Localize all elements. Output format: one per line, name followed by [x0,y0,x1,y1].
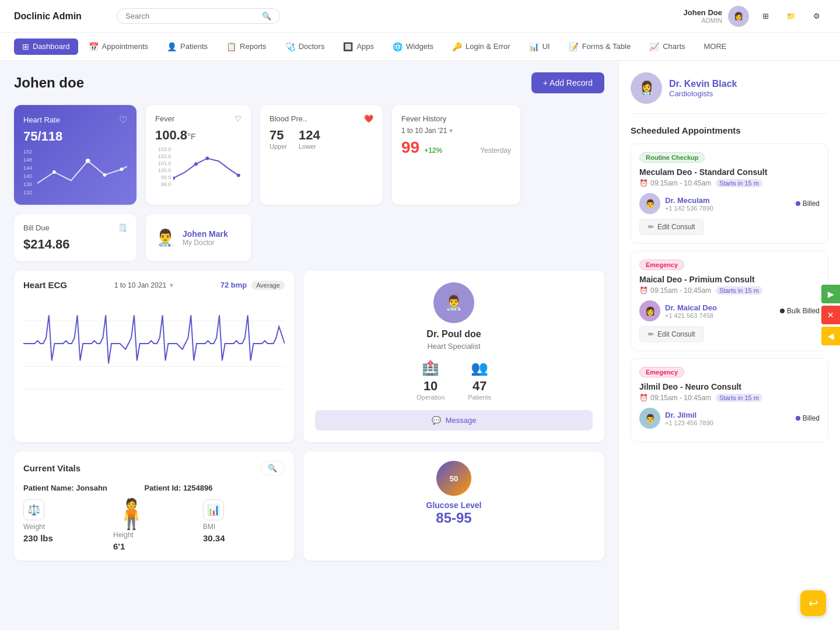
sidebar-right: 👩‍⚕️ Dr. Kevin Black Cardiologists Schee… [618,61,840,630]
ecg-filter[interactable]: 1 to 10 Jan 2021 ▾ [114,281,173,289]
search-input[interactable] [125,12,257,20]
fever-history-card: Fever History 1 to 10 Jan '21 ▾ 99 +12% … [392,105,520,205]
page-header: Johen doe + Add Record [14,72,604,93]
svg-point-0 [86,159,90,163]
sidebar-doctor: 👩‍⚕️ Dr. Kevin Black Cardiologists [631,72,828,114]
ecg-header: Heart ECG 1 to 10 Jan 2021 ▾ 72 bmp Aver… [23,280,285,290]
vitals-search[interactable]: 🔍 [260,461,285,475]
nav-icon-dashboard: ⊞ [22,42,29,51]
doctor-specialty: Heart Specialist [427,342,480,351]
nav-item-dashboard[interactable]: ⊞ Dashboard [14,38,78,55]
nav-item-patients[interactable]: 👤 Patients [159,38,216,55]
expand-icon-btn[interactable]: ⊞ [756,7,775,26]
glucose-card: 50 Glucose Level 85-95 [303,452,604,561]
user-name: Johen Doe [684,8,722,18]
search-box[interactable]: 🔍 [117,8,280,24]
nav-icon-login: 🔑 [452,42,462,51]
fh-date: 1 to 10 Jan '21 ▾ [401,127,511,135]
vital-height: 🧍 Height 6'1 [113,499,195,551]
svg-point-1 [52,170,56,174]
sidebar-doctor-specialty: Cardiologists [669,89,737,98]
nav-icon-widgets: 🌐 [393,42,402,51]
settings-icon-btn[interactable]: ⚙ [807,7,826,26]
ecg-avg: 72 bmp Average [220,281,285,290]
nav-item-apps[interactable]: 🔲 Apps [335,38,382,55]
nav-item-login-error[interactable]: 🔑 Login & Error [444,38,519,55]
appt-tag-1: Routine Checkup [639,152,705,163]
my-doctor-info: Johen Mark My Doctor [183,229,228,247]
appt-doctor-row-3: 👨 Dr. Jilmil +1 123 456 7890 Billed [639,408,820,429]
heart-rate-title: Heart Rate ♡ [23,114,127,125]
fab-green-btn[interactable]: ▶ [821,285,840,303]
glucose-title: Glucose Level [426,501,482,510]
fab-red-btn[interactable]: ✕ [821,306,840,324]
fever-value: 100.8°F [155,128,242,143]
heart-rate-chart: 152 148 144 140 136 132 [23,149,127,195]
appt-status-3: Billed [796,414,820,422]
nav-label-doctors: Doctors [299,42,325,51]
page-title: Johen doe [14,75,84,91]
vital-bmi: 📊 BMI 30.34 [203,499,285,551]
nav-label-widgets: Widgets [406,42,433,51]
appt-tag-2: Emegency [639,260,684,270]
third-row: Heart ECG 1 to 10 Jan 2021 ▾ 72 bmp Aver… [14,271,604,442]
vitals-patient-name: Patient Name: Jonsahn Patient Id: 125489… [23,484,285,492]
nav-icon-apps: 🔲 [343,42,353,51]
nav-icon-appointments: 📅 [89,42,99,51]
chevron-down-icon: ▾ [449,127,453,135]
nav-item-forms-table[interactable]: 📝 Forms & Table [561,38,639,55]
nav-icon-patients: 👤 [167,42,177,51]
fab-stack: ▶ ✕ ◀ [821,285,840,345]
nav-label-ui: UI [542,42,550,51]
nav-item-doctors[interactable]: 🩺 Doctors [277,38,333,55]
navbar: ⊞ Dashboard 📅 Appointments 👤 Patients 📋 … [0,33,840,61]
ecg-chevron-icon: ▾ [170,281,173,289]
stat-patients: 👥 47 Patients [468,360,491,401]
top-cards-row: Heart Rate ♡ 75/118 152 148 144 140 136 … [14,105,604,205]
vitals-header: Current Vitals 🔍 [23,461,285,475]
appt-doc-info-3: 👨 Dr. Jilmil +1 123 456 7890 [639,408,713,429]
nav-item-widgets[interactable]: 🌐 Widgets [384,38,442,55]
stat-operations: 🏥 10 Operation [416,360,444,401]
heart-icon: ♡ [119,114,127,125]
appointment-card-3: Emegency Jilmil Deo - Neuro Consult ⏰ 09… [631,358,828,442]
bp-values: 75 Upper 124 Lower [270,128,373,150]
fab-corner-button[interactable]: ↩ [800,590,826,616]
add-record-button[interactable]: + Add Record [531,72,604,93]
topbar-right: Johen Doe ADMIN 👩 ⊞ 📁 ⚙ [684,6,826,27]
folder-icon-btn[interactable]: 📁 [782,7,800,26]
appt-doc-info-2: 👩 Dr. Maical Deo +1 421 563 7458 [639,300,717,321]
clock-icon-1: ⏰ [639,179,648,187]
nav-item-more[interactable]: MORE [696,38,735,54]
fh-value-row: 99 +12% Yesterday [401,138,511,157]
nav-item-ui[interactable]: 📊 UI [521,38,558,55]
fab-yellow-btn[interactable]: ◀ [821,327,840,345]
edit-icon-1: ✏ [648,223,654,231]
clock-icon-2: ⏰ [639,286,648,295]
appt-doc-avatar-1: 👨 [639,193,660,214]
nav-label-appointments: Appointments [102,42,149,51]
user-role: ADMIN [684,17,722,24]
nav-item-reports[interactable]: 📋 Reports [218,38,275,55]
appt-doc-avatar-2: 👩 [639,300,660,321]
edit-consult-btn-1[interactable]: ✏ Edit Consult [639,219,704,235]
nav-item-appointments[interactable]: 📅 Appointments [80,38,157,55]
svg-point-5 [194,162,198,166]
appointment-card-2: Emegency Maical Deo - Primium Consult ⏰ … [631,251,828,351]
nav-icon-charts: 📈 [649,42,659,51]
edit-consult-btn-2[interactable]: ✏ Edit Consult [639,326,704,342]
message-button[interactable]: 💬 Message [315,410,593,430]
fever-title: Fever ♡ [155,114,242,123]
heart-rate-svg [37,149,127,195]
sidebar-doctor-name: Dr. Kevin Black [669,79,737,89]
nav-label-forms: Forms & Table [582,42,631,51]
doctor-name: Dr. Poul doe [426,329,481,340]
bill-value: $214.86 [23,237,127,252]
nav-icon-doctors: 🩺 [285,42,295,51]
topbar: Doclinic Admin 🔍 Johen Doe ADMIN 👩 ⊞ 📁 ⚙ [0,0,840,33]
vital-weight: ⚖️ Weight 230 lbs [23,499,105,551]
nav-label-charts: Charts [663,42,685,51]
nav-item-charts[interactable]: 📈 Charts [641,38,693,55]
ecg-card: Heart ECG 1 to 10 Jan 2021 ▾ 72 bmp Aver… [14,271,294,442]
main-layout: Johen doe + Add Record Heart Rate ♡ 75/1… [0,61,840,630]
